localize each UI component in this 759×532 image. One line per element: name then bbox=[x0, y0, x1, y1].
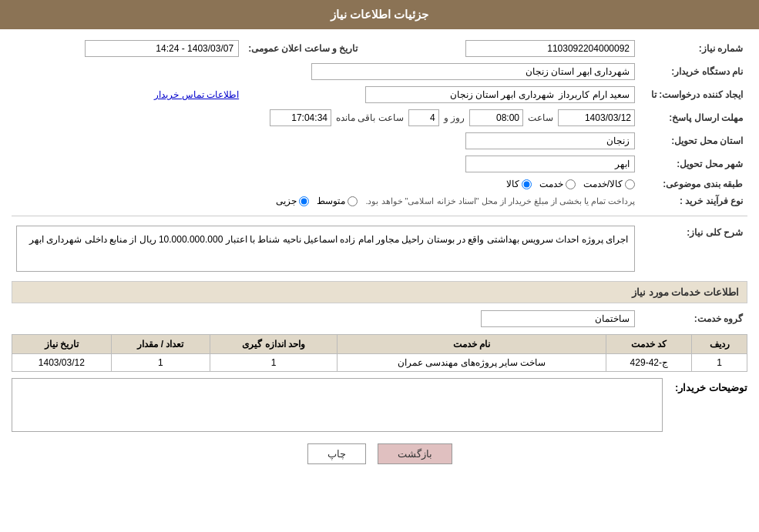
buttons-row: بازگشت چاپ bbox=[12, 443, 747, 464]
col-unit: واحد اندازه گیری bbox=[210, 335, 338, 354]
services-table-header: ردیف کد خدمت نام خدمت واحد اندازه گیری ت… bbox=[12, 335, 747, 354]
services-section-header: اطلاعات خدمات مورد نیاز bbox=[12, 281, 747, 303]
description-table: شرح کلی نیاز: اجرای پروژه احداث سرویس به… bbox=[12, 223, 747, 275]
row-province: استان محل تحویل: bbox=[12, 129, 747, 152]
contact-info-link[interactable]: اطلاعات تماس خریدار bbox=[154, 89, 239, 100]
description-label: شرح کلی نیاز: bbox=[640, 223, 747, 275]
main-content: شماره نیاز: تاریخ و ساعت اعلان عمومی: نا… bbox=[0, 29, 759, 483]
response-date-input[interactable] bbox=[558, 109, 635, 126]
page-header: جزئیات اطلاعات نیاز bbox=[0, 0, 759, 29]
province-input[interactable] bbox=[465, 132, 635, 149]
col-service-name: نام خدمت bbox=[337, 335, 606, 354]
need-number-input[interactable] bbox=[465, 40, 635, 57]
description-row: شرح کلی نیاز: اجرای پروژه احداث سرویس به… bbox=[12, 223, 747, 275]
response-time-label: ساعت bbox=[528, 112, 553, 123]
print-button[interactable]: چاپ bbox=[307, 443, 366, 464]
creator-label: ایجاد کننده درخواست: تا bbox=[640, 83, 747, 106]
buyer-notes-textarea[interactable] bbox=[12, 378, 663, 432]
service-group-row: گروه خدمت: bbox=[12, 307, 747, 330]
row-creator: ایجاد کننده درخواست: تا اطلاعات تماس خری… bbox=[12, 83, 747, 106]
announce-date-value bbox=[12, 37, 243, 60]
description-box: اجرای پروژه احداث سرویس بهداشتی واقع در … bbox=[16, 226, 635, 272]
category-radios: کالا/خدمت خدمت کالا bbox=[12, 176, 640, 192]
process-radios: پرداخت تمام یا بخشی از مبلغ خریدار از مح… bbox=[12, 192, 640, 209]
row-process-type: نوع فرآیند خرید : پرداخت تمام یا بخشی از… bbox=[12, 192, 747, 209]
service-group-input[interactable] bbox=[481, 310, 635, 327]
page-title: جزئیات اطلاعات نیاز bbox=[331, 8, 428, 21]
table-row: 1ج-42-429ساخت سایر پروژه‌های مهندسی عمرا… bbox=[12, 354, 747, 372]
response-time-input[interactable] bbox=[469, 109, 523, 126]
buyer-org-value bbox=[12, 60, 640, 83]
row-buyer-org: نام دستگاه خریدار: bbox=[12, 60, 747, 83]
buyer-notes-row: توضیحات خریدار: bbox=[12, 378, 747, 432]
response-remaining-input[interactable] bbox=[270, 109, 331, 126]
creator-value bbox=[243, 83, 640, 106]
announce-date-label: تاریخ و ساعت اعلان عمومی: bbox=[243, 37, 362, 60]
motavaset-label: متوسط bbox=[317, 196, 345, 206]
need-number-value bbox=[385, 37, 640, 60]
city-label: شهر محل تحویل: bbox=[640, 152, 747, 176]
col-date: تاریخ نیاز bbox=[12, 335, 112, 354]
creator-input[interactable] bbox=[365, 86, 635, 103]
service-group-table: گروه خدمت: bbox=[12, 307, 747, 330]
buyer-notes-label: توضیحات خریدار: bbox=[670, 378, 747, 393]
khadamat-label: خدمت bbox=[539, 179, 563, 189]
divider-1 bbox=[12, 216, 747, 216]
response-remaining-label: ساعت باقی مانده bbox=[336, 112, 404, 123]
radio-motavaset[interactable]: متوسط bbox=[317, 196, 358, 206]
city-input[interactable] bbox=[465, 156, 635, 172]
announce-date-input[interactable] bbox=[85, 40, 239, 57]
city-value bbox=[12, 152, 640, 176]
radio-khadamat[interactable]: خدمت bbox=[539, 179, 576, 189]
row-need-number: شماره نیاز: تاریخ و ساعت اعلان عمومی: bbox=[12, 37, 747, 60]
page-wrapper: جزئیات اطلاعات نیاز شماره نیاز: تاریخ و … bbox=[0, 0, 759, 532]
response-deadline-label: مهلت ارسال پاسخ: bbox=[640, 106, 747, 129]
category-label: طبقه بندی موضوعی: bbox=[640, 176, 747, 192]
buyer-org-input[interactable] bbox=[311, 63, 635, 80]
service-group-label: گروه خدمت: bbox=[640, 307, 747, 330]
services-table: ردیف کد خدمت نام خدمت واحد اندازه گیری ت… bbox=[12, 334, 747, 372]
service-group-value bbox=[12, 307, 640, 330]
response-days-label: روز و bbox=[444, 112, 465, 123]
jozei-label: جزیی bbox=[276, 196, 297, 206]
kala-khadamat-label: کالا/خدمت bbox=[583, 179, 623, 189]
response-deadline-row: ساعت روز و ساعت باقی مانده bbox=[12, 106, 640, 129]
process-label: نوع فرآیند خرید : bbox=[640, 192, 747, 209]
need-number-label: شماره نیاز: bbox=[640, 37, 747, 60]
col-service-code: کد خدمت bbox=[606, 335, 692, 354]
description-value: اجرای پروژه احداث سرویس بهداشتی واقع در … bbox=[12, 223, 640, 275]
row-category: طبقه بندی موضوعی: کالا/خدمت خدمت bbox=[12, 176, 747, 192]
buyer-org-label: نام دستگاه خریدار: bbox=[640, 60, 747, 83]
radio-kala-khadamat[interactable]: کالا/خدمت bbox=[583, 179, 635, 189]
kala-label: کالا bbox=[506, 179, 519, 189]
col-row-num: ردیف bbox=[692, 335, 747, 354]
radio-jozei[interactable]: جزیی bbox=[276, 196, 309, 206]
response-days-input[interactable] bbox=[408, 109, 439, 126]
process-note: پرداخت تمام یا بخشی از مبلغ خریدار از مح… bbox=[365, 196, 635, 206]
back-button[interactable]: بازگشت bbox=[378, 443, 452, 464]
col-quantity: تعداد / مقدار bbox=[111, 335, 210, 354]
province-label: استان محل تحویل: bbox=[640, 129, 747, 152]
row-city: شهر محل تحویل: bbox=[12, 152, 747, 176]
contact-link-cell: اطلاعات تماس خریدار bbox=[12, 83, 243, 106]
row-response-deadline: مهلت ارسال پاسخ: ساعت روز و ساعت باقی ما… bbox=[12, 106, 747, 129]
province-value bbox=[12, 129, 640, 152]
radio-kala[interactable]: کالا bbox=[506, 179, 532, 189]
info-table: شماره نیاز: تاریخ و ساعت اعلان عمومی: نا… bbox=[12, 37, 747, 209]
